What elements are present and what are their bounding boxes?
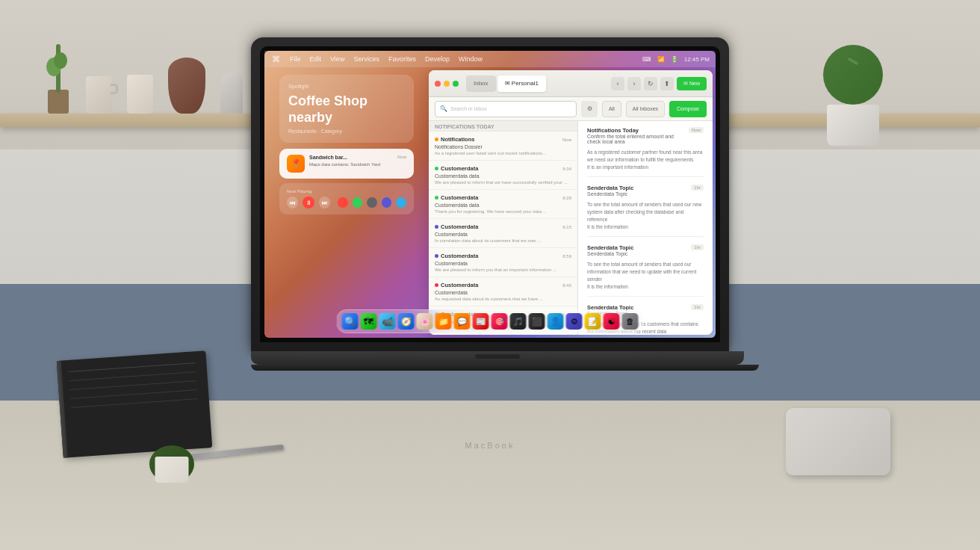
minimize-button[interactable] [444,81,450,87]
menubar-file[interactable]: File [290,55,301,63]
music-dot-green [353,197,363,208]
right-panel: Inbox ✉ Personal1 ‹ › ↻ ⬆ ✉ New [429,67,716,338]
menubar-services[interactable]: Services [353,55,379,63]
laptop-wrapper: ⌘ File Edit View Services Favorites Deve… [251,37,729,371]
dock-messages[interactable]: 💬 [454,313,471,330]
email-time: 9:28 [562,196,571,200]
menubar-view[interactable]: View [330,55,344,63]
filter-all-button[interactable]: All [602,101,621,117]
dock-facetime[interactable]: 📹 [379,313,396,330]
dock-notes[interactable]: 📝 [585,313,601,330]
email-preview: As requested data about its customers th… [435,297,571,301]
email-time: 9:15 [562,225,571,229]
dock-safari[interactable]: 🧭 [398,313,415,330]
dock-contacts[interactable]: 👤 [548,313,564,330]
detail-body: To see the total amount of senders that … [587,201,704,223]
notif-title: Sandwich bar... [309,155,393,160]
detail-item: Notifications Today Confirm the total en… [587,127,704,177]
list-item[interactable]: Customerdata 9:15 Customerdata In correl… [429,219,577,248]
detail-subject: Senderdata Topic [587,191,633,197]
list-item[interactable]: Notifications Now Notifications Dossier … [429,132,577,161]
music-controls: ⏮ ⏸ ⏭ [287,197,406,208]
compose-bar: 🔍 Search in Inbox ⚙ All All Inboxes Comp… [429,97,713,121]
dock-finder[interactable]: 🔍 [342,313,359,330]
email-subject: Customerdata [435,232,571,237]
dock-photos[interactable]: 🌸 [417,313,433,330]
spotlight-title: Coffee Shop nearby [288,93,405,126]
next-button[interactable]: ⏭ [319,197,330,208]
detail-time: 1hr [691,185,704,191]
notification-card[interactable]: 📍 Sandwich bar... Maps data contains: Sa… [279,149,414,179]
laptop-brand: MacBook [465,441,515,450]
filter-button[interactable]: ⚙ [581,101,598,117]
trackpad [786,408,890,475]
email-preview: In correlation data about its customers … [435,238,571,243]
list-item[interactable]: Customerdata 9:28 Customerdata data Than… [429,190,577,219]
close-button[interactable] [435,81,441,87]
menubar-develop[interactable]: Develop [425,55,450,63]
email-subject: Customerdata [435,290,571,295]
music-dot-purple [382,197,392,208]
detail-subject: Senderdata Topic [587,251,633,256]
music-dot-blue [396,197,406,208]
traffic-lights [435,81,459,87]
email-detail: Notifications Today Confirm the total en… [578,121,713,335]
search-icon: 🔍 [440,105,447,112]
dock-appstore[interactable]: 🎯 [491,313,508,330]
menubar-edit[interactable]: Edit [310,55,322,63]
detail-sender-name: Notifications Today [587,127,689,134]
spotlight-label: Spotlight [288,84,405,89]
list-item[interactable]: Customerdata 9:34 Customerdata data We a… [429,161,577,190]
dock-faceid[interactable]: ☯ [604,313,620,330]
new-message-button[interactable]: ✉ New [677,77,707,90]
compose-button[interactable]: Compose [669,101,707,117]
dock-maps[interactable]: 🗺 [361,313,377,330]
dock-trash[interactable]: 🗑 [622,313,639,330]
refresh-button[interactable]: ↻ [644,77,657,90]
email-list: Notifications Today Notifications [429,121,578,335]
laptop-lid: ⌘ File Edit View Services Favorites Deve… [251,37,729,351]
prev-button[interactable]: ⏮ [287,197,298,208]
detail-body: To see the total amount of senders that … [587,261,704,282]
email-sender-name: Customerdata [441,253,478,259]
email-time: 9:34 [562,167,571,171]
tab-personal[interactable]: ✉ Personal1 [497,75,546,92]
forward-button[interactable]: › [627,77,641,90]
email-columns: Notifications Today Notifications [429,121,713,335]
detail-time: 1hr [691,304,704,310]
detail-body2: It is an important information [587,164,704,171]
dock-settings[interactable]: ⚙ [566,313,583,330]
list-item[interactable]: Customerdata 8:59 Customerdata We are pl… [429,248,577,277]
dock-mail[interactable]: 📁 [435,313,452,330]
screen-content: Spotlight Coffee Shop nearby Restaurants… [264,67,716,338]
detail-sender-name: Senderdata Topic [587,244,633,251]
menubar-window[interactable]: Window [459,55,483,63]
email-preview: We are pleased to inform you that an imp… [435,268,571,272]
apple-icon: ⌘ [272,55,280,64]
email-sender-name: Customerdata [441,282,478,288]
small-plant [149,445,194,483]
dock-tv[interactable]: ⬛ [529,313,545,330]
email-sender-name: Customerdata [441,165,478,172]
list-item[interactable]: Customerdata 8:45 Customerdata As reques… [429,277,577,306]
maximize-button[interactable] [453,81,459,87]
email-time: 8:45 [562,283,571,288]
email-group-header-today: Notifications Today [429,121,577,132]
share-button[interactable]: ⬆ [660,77,674,90]
search-bar[interactable]: 🔍 Search in Inbox [435,101,577,117]
menubar-keyboard-icon: ⌨ [642,56,651,63]
menubar-favorites[interactable]: Favorites [388,55,416,63]
menubar-battery-icon: 🔋 [671,56,678,63]
apple-menu[interactable]: ⌘ [270,54,281,64]
detail-item: Senderdata Topic Senderdata Topic 1hr To… [587,244,704,297]
dock-music[interactable]: 🎵 [510,313,527,330]
tab-inbox[interactable]: Inbox [466,75,496,92]
all-inboxes-button[interactable]: All Inboxes [626,101,665,117]
search-placeholder: Search in Inbox [450,106,487,111]
back-button[interactable]: ‹ [611,77,624,90]
menubar-right: ⌨ 📶 🔋 12:45 PM [642,56,710,63]
dock-news[interactable]: 📰 [473,313,489,330]
play-button[interactable]: ⏸ [303,197,314,208]
email-sender-name: Customerdata [441,223,478,230]
music-widget: Now Playing ⏮ ⏸ ⏭ [279,183,414,214]
